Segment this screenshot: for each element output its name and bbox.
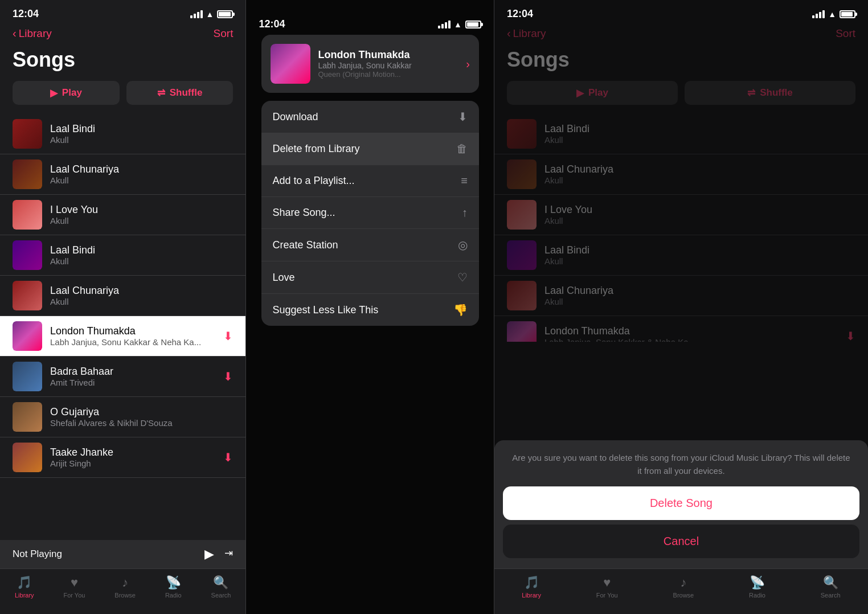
menu-delete-library[interactable]: Delete from Library 🗑 (261, 133, 479, 165)
song-item-s7[interactable]: Badra BahaarAmit Trivedi⬇ (0, 357, 245, 397)
song-artist-p3s1: Akull (544, 135, 855, 145)
preview-artist: Labh Janjua, Sonu Kakkar (318, 61, 458, 70)
tab-search-1[interactable]: 🔍 Search (211, 575, 231, 599)
status-icons-3: ▲ (812, 10, 855, 19)
tab-foryou-3[interactable]: ♥ For You (596, 575, 618, 599)
thumbs-down-icon: 👎 (453, 303, 468, 317)
panel3-inner: 12:04 ▲ ‹ Library Sort Songs (494, 0, 868, 614)
back-button-1[interactable]: ‹ Library (13, 27, 52, 40)
song-artist-p3s3: Akull (544, 216, 855, 226)
back-button-3[interactable]: ‹ Library (507, 27, 546, 40)
play-label-1: Play (62, 87, 82, 99)
battery-icon-2 (465, 21, 481, 28)
chevron-left-icon-3: ‹ (507, 27, 511, 40)
panel-delete-confirm: 12:04 ▲ ‹ Library Sort Songs (494, 0, 868, 614)
sort-button-3[interactable]: Sort (836, 27, 855, 40)
play-shuffle-bar-1: ▶ Play ⇌ Shuffle (0, 79, 245, 114)
tab-search-label-3: Search (821, 592, 841, 599)
nav-bar-1: ‹ Library Sort (0, 24, 245, 44)
menu-share-song[interactable]: Share Song... ↑ (261, 197, 479, 229)
play-control-icon-1[interactable]: ▶ (204, 547, 214, 562)
song-info-p3s5: Laal ChunariyaAkull (544, 285, 855, 306)
menu-add-playlist[interactable]: Add to a Playlist... ≡ (261, 165, 479, 197)
song-info-s1: Laal BindiAkull (50, 123, 233, 145)
song-info-s7: Badra BahaarAmit Trivedi (50, 366, 218, 387)
download-icon-s7[interactable]: ⬇ (223, 370, 233, 383)
song-item-p3s3[interactable]: I Love YouAkull (494, 195, 868, 235)
song-item-s6[interactable]: London ThumakdaLabh Janjua, Sonu Kakkar … (0, 316, 245, 357)
shuffle-button-1[interactable]: ⇌ Shuffle (126, 81, 234, 105)
song-item-p3s4[interactable]: Laal BindiAkull (494, 235, 868, 276)
song-thumb-s2 (13, 159, 42, 189)
song-title-p3s6: London Thumakda (544, 325, 840, 337)
status-icons-1: ▲ (190, 10, 234, 19)
tab-library-3[interactable]: 🎵 Library (522, 575, 541, 599)
song-thumb-s5 (13, 281, 42, 310)
sort-button-1[interactable]: Sort (214, 27, 234, 40)
wifi-icon-1: ▲ (206, 10, 214, 19)
download-icon-s9[interactable]: ⬇ (223, 451, 233, 464)
shuffle-label-3: Shuffle (760, 87, 793, 99)
play-shuffle-bar-3: ▶ Play ⇌ Shuffle (494, 79, 868, 114)
song-item-s9[interactable]: Taake JhankeArijit Singh⬇ (0, 437, 245, 478)
shuffle-button-3[interactable]: ⇌ Shuffle (685, 81, 855, 105)
not-playing-label-1: Not Playing (13, 548, 62, 560)
song-item-p3s1[interactable]: Laal BindiAkull (494, 114, 868, 154)
song-title-p3s5: Laal Chunariya (544, 285, 855, 297)
song-title-p3s3: I Love You (544, 204, 855, 216)
now-playing-bar-1[interactable]: Not Playing ▶ ⇥ (0, 540, 245, 568)
song-item-s5[interactable]: Laal ChunariyaAkull (0, 276, 245, 316)
tab-search-3[interactable]: 🔍 Search (821, 575, 841, 599)
menu-download[interactable]: Download ⬇ (261, 101, 479, 133)
song-artist-s2: Akull (50, 175, 233, 185)
song-item-s1[interactable]: Laal BindiAkull (0, 114, 245, 154)
tab-foryou-1[interactable]: ♥ For You (63, 575, 85, 599)
tab-browse-3[interactable]: ♪ Browse (673, 575, 694, 599)
song-item-p3s5[interactable]: Laal ChunariyaAkull (494, 276, 868, 316)
song-item-s10[interactable]: Harjaiyaan⟳ (0, 478, 245, 478)
menu-share-label: Share Song... (273, 207, 335, 219)
forward-icon-1[interactable]: ⇥ (224, 547, 233, 562)
song-artist-p3s6: Labh Janjua, Sonu Kakkar & Neha Ka... (544, 337, 840, 342)
tab-radio-1[interactable]: 📡 Radio (165, 575, 182, 599)
song-artist-s7: Amit Trivedi (50, 378, 218, 387)
song-title-p3s1: Laal Bindi (544, 123, 855, 135)
play-button-3[interactable]: ▶ Play (507, 81, 678, 105)
song-item-p3s2[interactable]: Laal ChunariyaAkull (494, 154, 868, 195)
cancel-button[interactable]: Cancel (503, 525, 859, 558)
song-artist-p3s5: Akull (544, 297, 855, 306)
menu-love[interactable]: Love ♡ (261, 261, 479, 294)
song-item-p3s6[interactable]: London ThumakdaLabh Janjua, Sonu Kakkar … (494, 316, 868, 342)
song-info-s5: Laal ChunariyaAkull (50, 285, 233, 306)
song-preview-card[interactable]: London Thumakda Labh Janjua, Sonu Kakkar… (261, 35, 479, 93)
wifi-icon-3: ▲ (828, 10, 836, 19)
song-info-s9: Taake JhankeArijit Singh (50, 447, 218, 468)
song-item-s3[interactable]: I Love YouAkull (0, 195, 245, 235)
back-label-1: Library (19, 27, 52, 40)
download-icon-s6[interactable]: ⬇ (223, 329, 233, 343)
song-thumb-p3s3 (507, 200, 537, 230)
menu-suggest-less[interactable]: Suggest Less Like This 👎 (261, 294, 479, 326)
tab-browse-icon-1: ♪ (122, 575, 128, 590)
tab-library-1[interactable]: 🎵 Library (15, 575, 34, 599)
song-artist-s4: Akull (50, 256, 233, 266)
tab-browse-1[interactable]: ♪ Browse (114, 575, 136, 599)
tab-radio-3[interactable]: 📡 Radio (749, 575, 765, 599)
song-title-s7: Badra Bahaar (50, 366, 218, 378)
song-title-s6: London Thumakda (50, 325, 218, 337)
song-item-s2[interactable]: Laal ChunariyaAkull (0, 154, 245, 195)
menu-create-station[interactable]: Create Station ◎ (261, 229, 479, 261)
play-button-1[interactable]: ▶ Play (13, 81, 120, 105)
time-2: 12:04 (259, 18, 285, 30)
song-title-s5: Laal Chunariya (50, 285, 233, 297)
tab-browse-label-1: Browse (114, 592, 136, 599)
song-item-s8[interactable]: O GujariyaShefali Alvares & Nikhil D'Sou… (0, 397, 245, 437)
play-icon-3: ▶ (576, 87, 584, 99)
song-artist-s1: Akull (50, 135, 233, 145)
song-item-s4[interactable]: Laal BindiAkull (0, 235, 245, 276)
delete-song-button[interactable]: Delete Song (503, 486, 859, 520)
signal-icon-1 (190, 10, 203, 18)
menu-create-station-label: Create Station (273, 239, 338, 251)
song-artist-p3s2: Akull (544, 175, 855, 185)
download-icon-p3s6[interactable]: ⬇ (846, 329, 855, 342)
